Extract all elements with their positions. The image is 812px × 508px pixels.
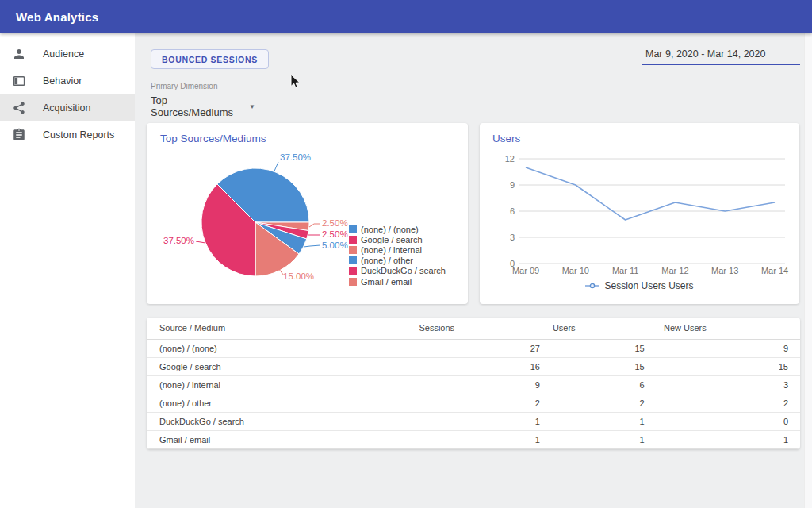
date-range-field[interactable]: Mar 9, 2020 - Mar 14, 2020 bbox=[642, 44, 800, 65]
legend-label: (none) / other bbox=[361, 256, 413, 265]
legend-label: Google / search bbox=[361, 235, 423, 244]
source-medium-cell: (none) / (none) bbox=[147, 339, 408, 357]
pie-legend-item: Gmail / email bbox=[349, 276, 446, 287]
person-icon bbox=[12, 47, 26, 61]
pie-label-leader-line bbox=[196, 241, 205, 243]
source-medium-cell: Gmail / email bbox=[147, 430, 408, 448]
y-axis-tick-label: 6 bbox=[510, 206, 515, 216]
sidebar-item-label: Acquisition bbox=[43, 102, 90, 114]
share-icon bbox=[12, 101, 26, 115]
main-content: BOUNCED SESSIONS Mar 9, 2020 - Mar 14, 2… bbox=[135, 33, 804, 508]
value-cell: 1 bbox=[552, 412, 657, 430]
value-cell: 2 bbox=[552, 394, 657, 412]
y-axis-tick-label: 9 bbox=[510, 180, 515, 190]
users-chart-legend: Session Users Users bbox=[480, 280, 799, 291]
sidebar-item-audience[interactable]: Audience bbox=[0, 40, 135, 67]
sidebar-item-label: Custom Reports bbox=[43, 129, 114, 140]
pie-legend-item: (none) / (none) bbox=[349, 224, 446, 234]
x-axis-tick-label: Mar 13 bbox=[711, 266, 738, 275]
sidebar-item-behavior[interactable]: Behavior bbox=[0, 67, 135, 94]
source-medium-cell: (none) / internal bbox=[147, 375, 408, 394]
value-cell: 0 bbox=[657, 412, 800, 430]
x-axis-tick-label: Mar 12 bbox=[661, 266, 688, 275]
users-chart-card: Users 036912Mar 09Mar 10Mar 11Mar 12Mar … bbox=[480, 123, 799, 304]
value-cell: 15 bbox=[552, 357, 657, 375]
source-medium-cell: Google / search bbox=[147, 357, 408, 375]
app-bar: Web Analytics bbox=[0, 0, 812, 33]
source-medium-cell: (none) / other bbox=[147, 394, 408, 412]
primary-dimension-label: Primary Dimension bbox=[151, 82, 217, 90]
chevron-down-icon: ▼ bbox=[249, 103, 257, 110]
app-title: Web Analytics bbox=[16, 10, 98, 24]
value-cell: 2 bbox=[408, 394, 552, 412]
pie-percent-label: 2.50% bbox=[322, 218, 348, 228]
table-row: Gmail / email111 bbox=[147, 430, 800, 448]
x-axis-tick-label: Mar 10 bbox=[562, 266, 589, 275]
date-range-value: Mar 9, 2020 - Mar 14, 2020 bbox=[645, 48, 765, 60]
legend-swatch bbox=[349, 246, 357, 254]
legend-label: (none) / internal bbox=[361, 245, 422, 255]
clipboard-icon bbox=[12, 128, 26, 142]
table-header-row: Source / MediumSessionsUsersNew Users bbox=[147, 318, 800, 339]
x-axis-tick-label: Mar 09 bbox=[512, 266, 539, 275]
dimension-select[interactable]: Top Sources/Mediums ▼ bbox=[151, 94, 257, 125]
bounced-sessions-button[interactable]: BOUNCED SESSIONS bbox=[151, 49, 269, 69]
sources-table-card: Source / MediumSessionsUsersNew Users (n… bbox=[147, 318, 800, 449]
pie-label-leader-line bbox=[309, 224, 320, 227]
table-row: (none) / other222 bbox=[147, 394, 800, 412]
pie-percent-label: 5.00% bbox=[322, 241, 348, 250]
value-cell: 15 bbox=[657, 357, 800, 375]
value-cell: 2 bbox=[657, 394, 800, 412]
value-cell: 1 bbox=[552, 430, 657, 448]
table-row: Google / search161515 bbox=[147, 357, 800, 375]
column-header-users: Users bbox=[552, 318, 657, 339]
pie-percent-label: 37.50% bbox=[163, 236, 194, 245]
scrollbar-track[interactable] bbox=[804, 33, 812, 508]
pie-card-title: Top Sources/Mediums bbox=[160, 133, 266, 144]
pie-percent-label: 37.50% bbox=[280, 152, 311, 162]
value-cell: 6 bbox=[552, 375, 657, 394]
value-cell: 27 bbox=[408, 339, 552, 357]
column-header-sessions: Sessions bbox=[408, 318, 552, 339]
y-axis-tick-label: 3 bbox=[510, 233, 515, 242]
pie-legend-item: (none) / internal bbox=[349, 244, 446, 255]
legend-swatch bbox=[349, 256, 357, 264]
sidebar-item-custom-reports[interactable]: Custom Reports bbox=[0, 121, 135, 148]
sidebar: AudienceBehaviorAcquisitionCustom Report… bbox=[0, 33, 135, 508]
window-icon bbox=[12, 74, 26, 88]
sources-table: Source / MediumSessionsUsersNew Users (n… bbox=[147, 318, 800, 449]
sidebar-item-label: Audience bbox=[43, 48, 84, 60]
users-series-line bbox=[526, 167, 775, 220]
value-cell: 9 bbox=[657, 339, 800, 357]
legend-swatch bbox=[349, 236, 357, 244]
pie-legend: (none) / (none)Google / search(none) / i… bbox=[349, 224, 446, 287]
column-header-source-medium: Source / Medium bbox=[147, 318, 408, 339]
legend-swatch bbox=[349, 225, 357, 233]
sidebar-item-label: Behavior bbox=[43, 75, 82, 87]
pie-percent-label: 15.00% bbox=[283, 271, 314, 281]
value-cell: 9 bbox=[408, 375, 552, 394]
pie-legend-item: Google / search bbox=[349, 234, 446, 244]
y-axis-tick-label: 12 bbox=[505, 154, 515, 164]
x-axis-tick-label: Mar 14 bbox=[761, 266, 788, 275]
column-header-new-users: New Users bbox=[657, 318, 800, 339]
table-row: (none) / (none)27159 bbox=[147, 339, 800, 357]
value-cell: 1 bbox=[408, 430, 552, 448]
users-card-title: Users bbox=[492, 133, 520, 144]
value-cell: 16 bbox=[408, 357, 552, 375]
pie-percent-label: 2.50% bbox=[322, 229, 348, 239]
users-chart-legend-label: Session Users Users bbox=[604, 280, 693, 291]
sidebar-item-acquisition[interactable]: Acquisition bbox=[0, 94, 135, 121]
legend-label: DuckDuckGo / search bbox=[361, 266, 446, 275]
dimension-select-value: Top Sources/Mediums bbox=[151, 94, 249, 118]
pie-label-leader-line bbox=[304, 245, 320, 247]
source-medium-cell: DuckDuckGo / search bbox=[147, 412, 408, 430]
pie-legend-item: DuckDuckGo / search bbox=[349, 266, 446, 276]
value-cell: 1 bbox=[657, 430, 800, 448]
legend-swatch bbox=[349, 267, 357, 275]
line-series-marker-icon bbox=[585, 283, 599, 289]
x-axis-tick-label: Mar 11 bbox=[612, 266, 638, 275]
table-row: (none) / internal963 bbox=[147, 375, 800, 394]
legend-label: Gmail / email bbox=[361, 277, 412, 287]
users-line-chart: 036912Mar 09Mar 10Mar 11Mar 12Mar 13Mar … bbox=[480, 123, 799, 304]
